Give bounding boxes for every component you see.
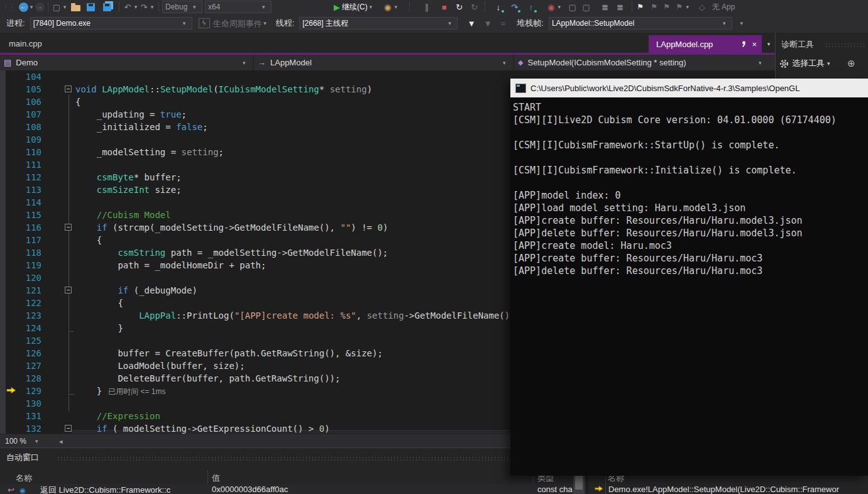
undo-caret[interactable]: ▾: [133, 1, 139, 13]
navigate-forward-button[interactable]: →: [35, 1, 45, 13]
tab-list-dropdown[interactable]: ▾: [762, 35, 776, 53]
tab-lappmodel-cpp[interactable]: LAppModel.cpp ×: [649, 35, 762, 53]
clear-bookmarks-button[interactable]: ⚑: [674, 1, 684, 13]
toolbar-overflow[interactable]: ▾: [393, 1, 399, 13]
project-icon: ▤: [4, 58, 11, 67]
suspend-threads-icon[interactable]: ≈: [498, 18, 508, 29]
zoom-dropdown[interactable]: 100 %▾: [0, 434, 50, 448]
stop-button[interactable]: ■: [439, 1, 449, 13]
platform-dropdown[interactable]: x64▾: [205, 1, 272, 13]
pin-icon[interactable]: [739, 40, 747, 48]
autos-col-value[interactable]: 值: [212, 473, 220, 484]
lifecycle-caret[interactable]: ▾: [262, 18, 268, 29]
fold-collapse-icon[interactable]: −: [65, 224, 72, 231]
thread-dropdown[interactable]: [2668] 主线程▾: [299, 17, 458, 30]
process-dropdown[interactable]: [7840] Demo.exe▾: [30, 17, 192, 30]
breakpoints-window-button[interactable]: ◉: [546, 1, 556, 13]
gear-icon: [779, 59, 789, 69]
hot-reload-icon[interactable]: ◉: [383, 1, 393, 13]
stackframe-label: 堆栈帧:: [517, 18, 544, 29]
fold-collapse-icon[interactable]: −: [65, 425, 72, 432]
close-icon[interactable]: ×: [752, 40, 757, 49]
refresh-button[interactable]: ↻: [470, 1, 480, 13]
chevron-down-icon: ▾: [243, 60, 249, 66]
prev-bookmark-button[interactable]: ⚑: [649, 1, 659, 13]
toolbar-grip[interactable]: ⋮⋮: [2, 1, 14, 13]
autos-row-content[interactable]: ↩ ◉ 返回 Live2D::Cubism::Framework::c 0x00…: [8, 484, 583, 494]
immediate-window-button[interactable]: ▢: [568, 1, 578, 13]
flagged-threads-icon[interactable]: ▼: [483, 18, 493, 29]
stackframe-dropdown[interactable]: LAppModel::SetupModel▾: [549, 17, 732, 30]
save-icon: [87, 3, 95, 11]
breakpoints-caret[interactable]: ▾: [556, 1, 563, 13]
filter-threads-icon[interactable]: ▼: [466, 18, 476, 29]
autos-col-name[interactable]: 名称: [16, 473, 32, 484]
autos-row-name: 返回 Live2D::Cubism::Framework::c: [40, 485, 214, 494]
lifecycle-events-button[interactable]: 生命周期事件: [213, 18, 262, 29]
return-value-icon: ↩: [8, 485, 14, 494]
thread-label: 线程:: [276, 18, 295, 29]
chevron-down-icon: ▾: [759, 60, 765, 66]
step-into-button[interactable]: ↓: [493, 1, 503, 13]
continue-button-label[interactable]: 继续(C): [342, 1, 368, 13]
step-over-button[interactable]: ↷: [510, 1, 520, 13]
bookmark-button[interactable]: ⚑: [635, 1, 646, 13]
step-out-button[interactable]: ↑: [526, 1, 536, 13]
chevron-down-icon: ▾: [35, 438, 41, 444]
save-button[interactable]: [85, 1, 96, 13]
goto-arrow-icon: →: [258, 58, 266, 67]
new-file-button[interactable]: ▢: [52, 1, 62, 13]
misc-tool-icon[interactable]: ◇: [697, 1, 707, 13]
continue-caret[interactable]: ▾: [368, 1, 374, 13]
fold-collapse-icon[interactable]: −: [65, 287, 72, 294]
app-insights-label: 无 App: [712, 1, 735, 13]
indent-decrease-button[interactable]: ≣: [600, 1, 610, 13]
autos-row-type: const cha: [537, 485, 575, 494]
lifecycle-events-icon: ϟ: [199, 18, 210, 28]
separator: [632, 2, 632, 12]
navigate-forward-icon: →: [35, 3, 45, 12]
console-title-text: C:\Users\Public\work\Live2D\CubismSdkFor…: [530, 84, 799, 93]
class-dropdown[interactable]: → LAppModel ▾: [254, 55, 514, 70]
fold-collapse-icon[interactable]: −: [65, 85, 72, 92]
method-dropdown[interactable]: ◆ SetupModel(ICubismModelSetting * setti…: [514, 55, 769, 70]
select-tool-button[interactable]: 选择工具 ▾ ⊕: [779, 55, 868, 72]
chevron-down-icon: ▾: [827, 60, 833, 67]
undo-button[interactable]: ↶: [123, 1, 133, 13]
debug-location-toolbar: 进程: [7840] Demo.exe▾ ϟ 生命周期事件 ▾ 线程: [266…: [0, 14, 868, 33]
object-icon: ◉: [19, 486, 26, 494]
chevron-down-icon: ▾: [262, 4, 268, 10]
console-window: C:\Users\Public\work\Live2D\CubismSdkFor…: [510, 79, 868, 476]
callstack-row[interactable]: Demo.exe!LAppModel::SetupModel(Live2D::C…: [608, 485, 868, 494]
next-bookmark-button[interactable]: ⚑: [662, 1, 672, 13]
redo-button[interactable]: ↷: [139, 1, 149, 13]
diagnostics-title: 诊断工具: [781, 39, 814, 50]
add-tool-icon[interactable]: ⊕: [847, 58, 855, 69]
new-file-caret[interactable]: ▾: [62, 1, 68, 13]
breakpoint-margin[interactable]: [0, 70, 6, 434]
tab-main-cpp[interactable]: main.cpp: [0, 35, 51, 53]
separator: [119, 2, 119, 12]
indent-increase-button[interactable]: ≣: [615, 1, 625, 13]
navigate-back-caret[interactable]: ▾: [28, 1, 35, 13]
separator: [48, 2, 48, 12]
output-window-button[interactable]: ▢: [581, 1, 591, 13]
chevron-down-icon: ▾: [448, 20, 454, 26]
console-titlebar[interactable]: C:\Users\Public\work\Live2D\CubismSdkFor…: [510, 79, 868, 97]
autos-grip[interactable]: [57, 456, 582, 461]
toolbar2-overflow[interactable]: ▾: [739, 18, 745, 29]
save-all-button[interactable]: [102, 1, 112, 13]
panel-grip[interactable]: [825, 43, 865, 48]
open-folder-button[interactable]: [70, 1, 80, 13]
solution-config-dropdown[interactable]: Debug▾: [162, 1, 202, 13]
project-dropdown[interactable]: ▤ Demo ▾: [0, 55, 254, 70]
method-icon: ◆: [518, 58, 523, 67]
restart-button[interactable]: ↻: [454, 1, 464, 13]
callstack-current-frame-icon: [595, 485, 603, 492]
redo-caret[interactable]: ▾: [149, 1, 155, 13]
bookmark-caret[interactable]: ▾: [684, 1, 691, 13]
pause-button[interactable]: ∥: [422, 1, 432, 13]
open-folder-icon: [71, 5, 80, 11]
continue-button[interactable]: ▶: [332, 1, 342, 13]
navigate-back-button[interactable]: ←: [18, 1, 28, 13]
